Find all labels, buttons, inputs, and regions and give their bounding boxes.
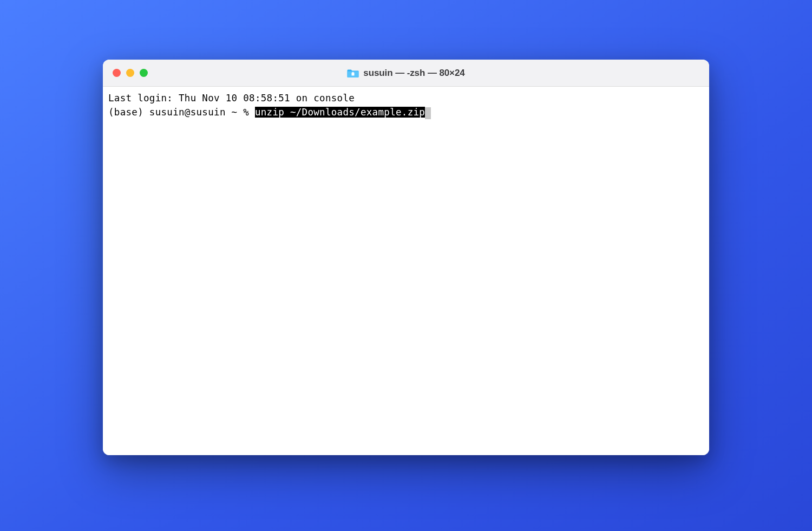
minimize-button[interactable]	[126, 69, 134, 77]
window-title: susuin — -zsh — 80×24	[363, 68, 464, 79]
title-bar[interactable]: susuin — -zsh — 80×24	[103, 60, 709, 87]
prompt-line: (base) susuin@susuin ~ % unzip ~/Downloa…	[108, 105, 704, 119]
close-button[interactable]	[113, 69, 121, 77]
folder-icon	[347, 68, 359, 78]
cursor	[425, 107, 431, 119]
traffic-lights	[103, 69, 148, 77]
terminal-window: susuin — -zsh — 80×24 Last login: Thu No…	[103, 60, 709, 455]
entered-command: unzip ~/Downloads/example.zip	[255, 107, 425, 118]
maximize-button[interactable]	[140, 69, 148, 77]
window-title-area: susuin — -zsh — 80×24	[103, 68, 709, 79]
shell-prompt: (base) susuin@susuin ~ %	[108, 107, 255, 118]
terminal-body[interactable]: Last login: Thu Nov 10 08:58:51 on conso…	[103, 87, 709, 455]
last-login-line: Last login: Thu Nov 10 08:58:51 on conso…	[108, 91, 704, 105]
svg-rect-1	[352, 72, 353, 73]
svg-rect-0	[352, 73, 355, 76]
